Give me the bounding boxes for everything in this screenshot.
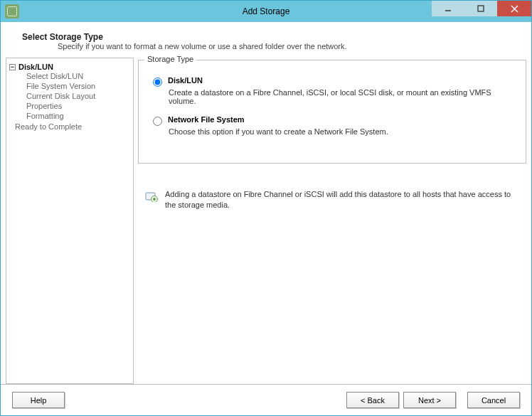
tree-item-disk-layout[interactable]: Current Disk Layout <box>26 91 130 101</box>
radio-nfs[interactable] <box>153 117 162 126</box>
maximize-button[interactable] <box>464 1 497 16</box>
storage-type-group: Storage Type Disk/LUN Create a datastore… <box>138 60 526 164</box>
page-title: Select Storage Type <box>22 32 517 42</box>
header-panel: Select Storage Type Specify if you want … <box>1 22 531 58</box>
tree-item-formatting[interactable]: Formatting <box>26 111 130 121</box>
titlebar: Add Storage <box>1 1 531 22</box>
radio-disk-lun[interactable] <box>153 78 162 87</box>
window-title: Add Storage <box>243 6 290 16</box>
option-disk-lun-label: Disk/LUN <box>168 76 203 85</box>
page-subtitle: Specify if you want to format a new volu… <box>58 42 517 50</box>
tree-children: Select Disk/LUN File System Version Curr… <box>26 71 130 121</box>
group-legend: Storage Type <box>144 55 196 63</box>
help-button[interactable]: Help <box>12 392 65 408</box>
minimize-button[interactable] <box>432 1 464 16</box>
option-disk-lun-desc: Create a datastore on a Fibre Channel, i… <box>169 88 517 105</box>
maximize-icon <box>477 5 484 12</box>
tree-item-properties[interactable]: Properties <box>26 101 130 111</box>
option-nfs[interactable]: Network File System <box>153 115 517 126</box>
dialog-body: − Disk/LUN Select Disk/LUN File System V… <box>1 58 531 384</box>
app-icon <box>5 4 19 18</box>
option-nfs-desc: Choose this option if you want to create… <box>169 127 517 136</box>
svg-rect-1 <box>478 6 484 11</box>
dialog-footer: Help < Back Next > Cancel <box>1 384 531 415</box>
tree-item-ready[interactable]: Ready to Complete <box>15 121 130 131</box>
back-button[interactable]: < Back <box>346 392 399 408</box>
next-button[interactable]: Next > <box>403 392 456 408</box>
option-disk-lun[interactable]: Disk/LUN <box>153 76 517 87</box>
dialog-window: Add Storage Select Storage Type Specify … <box>0 0 532 416</box>
wizard-steps-sidebar: − Disk/LUN Select Disk/LUN File System V… <box>6 58 134 384</box>
minimize-icon <box>445 5 452 12</box>
info-text: Adding a datastore on Fibre Channel or i… <box>165 189 519 210</box>
collapse-icon[interactable]: − <box>9 64 16 70</box>
tree-root[interactable]: − Disk/LUN <box>9 63 130 71</box>
close-button[interactable] <box>497 1 531 16</box>
close-icon <box>511 5 518 13</box>
cancel-button[interactable]: Cancel <box>467 392 520 408</box>
tree-item-select-disk[interactable]: Select Disk/LUN <box>26 71 130 81</box>
window-controls <box>432 1 531 22</box>
tree-item-fs-version[interactable]: File System Version <box>26 81 130 91</box>
info-icon <box>145 189 158 202</box>
option-nfs-label: Network File System <box>168 115 245 124</box>
tree-root-label: Disk/LUN <box>18 63 53 71</box>
main-panel: Storage Type Disk/LUN Create a datastore… <box>138 58 526 384</box>
info-row: Adding a datastore on Fibre Channel or i… <box>145 189 519 210</box>
nav-buttons: < Back Next > Cancel <box>346 392 520 408</box>
